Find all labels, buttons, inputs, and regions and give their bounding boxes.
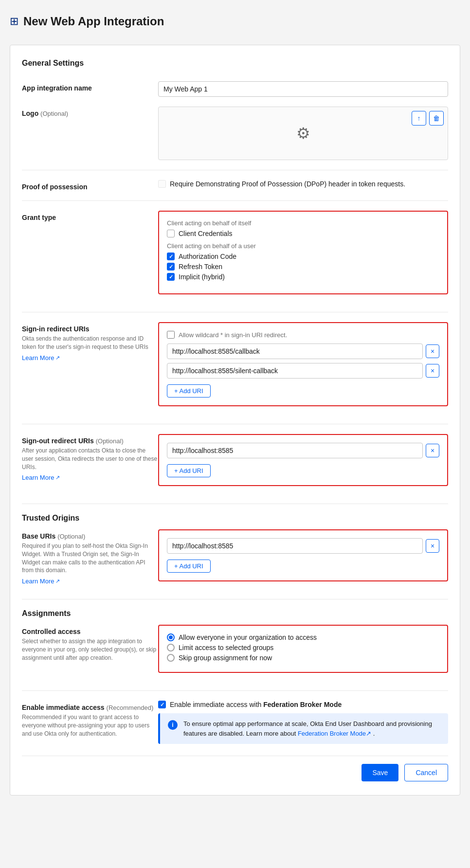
sign-out-redirect-learn-more[interactable]: Learn More ↗ <box>22 474 60 481</box>
app-integration-name-label-col: App integration name <box>22 81 158 92</box>
federation-broker-mode-link[interactable]: Federation Broker Mode↗ <box>298 730 373 737</box>
enable-immediate-access-content: Enable immediate access with Federation … <box>158 701 448 744</box>
federation-broker-link-text: Federation Broker Mode <box>298 730 366 737</box>
authorization-code-checkbox[interactable] <box>167 253 175 260</box>
sign-in-redirect-bordered: Allow wildcard * in sign-in URI redirect… <box>158 322 448 406</box>
logo-label-col: Logo (Optional) <box>22 107 158 117</box>
divider-6 <box>22 599 448 599</box>
sign-out-external-link-icon: ↗ <box>55 474 60 481</box>
sign-out-add-uri-button[interactable]: + Add URI <box>167 464 211 477</box>
access-option-1-radio[interactable] <box>167 633 175 641</box>
wildcard-checkbox[interactable] <box>167 331 175 339</box>
app-integration-name-content <box>158 81 448 97</box>
logo-content: ↑ 🗑 ⚙ <box>158 107 448 160</box>
divider-1 <box>22 170 448 170</box>
app-integration-name-label: App integration name <box>22 84 92 92</box>
sign-in-redirect-label-col: Sign-in redirect URIs Okta sends the aut… <box>22 322 158 362</box>
access-option-3-radio[interactable] <box>167 654 175 662</box>
sign-in-add-uri-button[interactable]: + Add URI <box>167 384 211 398</box>
access-option-3-label: Skip group assignment for now <box>179 654 272 662</box>
main-card: General Settings App integration name Lo… <box>10 45 460 796</box>
base-uris-bordered: × + Add URI <box>158 529 448 581</box>
trusted-origins-title: Trusted Origins <box>22 514 448 523</box>
logo-upload-area: ↑ 🗑 ⚙ <box>158 107 448 160</box>
base-uri-add-button[interactable]: + Add URI <box>167 560 211 573</box>
sign-out-redirect-row: Sign-out redirect URIs (Optional) After … <box>22 434 448 494</box>
controlled-access-bordered: Allow everyone in your organization to a… <box>158 625 448 673</box>
logo-row: Logo (Optional) ↑ 🗑 ⚙ <box>22 107 448 160</box>
base-uris-external-link-icon: ↗ <box>55 578 60 584</box>
sign-out-redirect-desc: After your application contacts Okta to … <box>22 447 158 471</box>
enable-immediate-recommended: (Recommended) <box>107 704 154 711</box>
refresh-token-checkbox[interactable] <box>167 263 175 271</box>
page-header: ⊞ New Web App Integration <box>10 10 460 33</box>
federation-broker-checkbox[interactable] <box>158 701 166 708</box>
controlled-access-row: Controlled access Select whether to assi… <box>22 625 448 681</box>
proof-content: Require Demonstrating Proof of Possessio… <box>158 180 448 190</box>
sign-out-uri-delete-1[interactable]: × <box>426 444 439 457</box>
grid-icon: ⊞ <box>10 15 18 28</box>
base-uris-label-col: Base URIs (Optional) Required if you pla… <box>22 529 158 585</box>
sign-out-uri-input-1[interactable] <box>167 443 423 458</box>
logo-placeholder-icon: ⚙ <box>296 124 310 143</box>
app-integration-name-input[interactable] <box>158 81 448 97</box>
enable-immediate-desc: Recommended if you want to grant access … <box>22 713 158 738</box>
info-text-suffix: . <box>373 730 375 737</box>
divider-4 <box>22 424 448 424</box>
access-option-3-row: Skip group assignment for now <box>167 654 439 662</box>
grant-type-bordered: Client acting on behalf of itself Client… <box>158 211 448 294</box>
info-box: i To ensure optimal app performance at s… <box>158 713 448 744</box>
grant-type-content: Client acting on behalf of itself Client… <box>158 211 448 302</box>
divider-5 <box>22 504 448 504</box>
access-option-1-label: Allow everyone in your organization to a… <box>179 633 317 641</box>
base-uri-input-1[interactable] <box>167 538 423 554</box>
sign-in-uri-input-2[interactable] <box>167 363 423 379</box>
sign-in-redirect-desc: Okta sends the authentication response a… <box>22 335 158 351</box>
base-uris-learn-more-text: Learn More <box>22 578 54 585</box>
sign-in-redirect-content: Allow wildcard * in sign-in URI redirect… <box>158 322 448 414</box>
enable-immediate-access-label: Enable immediate access <box>22 704 105 711</box>
client-on-behalf-group: Client acting on behalf of a user Author… <box>167 242 439 281</box>
sign-in-redirect-learn-more[interactable]: Learn More ↗ <box>22 354 60 362</box>
client-on-behalf-label: Client acting on behalf of a user <box>167 242 439 250</box>
client-credentials-label: Client Credentials <box>179 230 233 237</box>
logo-label: Logo <box>22 109 38 117</box>
save-button[interactable]: Save <box>362 764 398 781</box>
controlled-access-label: Controlled access <box>22 628 81 635</box>
sign-in-uri-input-1[interactable] <box>167 344 423 359</box>
learn-more-text: Learn More <box>22 354 54 362</box>
client-acting-label: Client acting on behalf of itself <box>167 219 439 227</box>
federation-broker-row: Enable immediate access with Federation … <box>158 701 448 708</box>
base-uri-delete-1[interactable]: × <box>426 539 439 553</box>
external-link-icon: ↗ <box>55 355 60 361</box>
proof-checkbox-row: Require Demonstrating Proof of Possessio… <box>158 180 448 188</box>
base-uri-row-1: × <box>167 538 439 554</box>
implicit-checkbox[interactable] <box>167 273 175 281</box>
sign-out-redirect-bordered: × + Add URI <box>158 434 448 486</box>
divider-2 <box>22 200 448 201</box>
divider-7 <box>22 690 448 691</box>
info-text: To ensure optimal app performance at sca… <box>183 719 440 738</box>
assignments-title: Assignments <box>22 609 448 618</box>
authorization-code-label: Authorization Code <box>179 253 236 260</box>
logo-delete-button[interactable]: 🗑 <box>429 111 444 126</box>
base-uris-optional: (Optional) <box>57 533 85 540</box>
access-option-2-label: Limit access to selected groups <box>179 644 273 651</box>
base-uris-row: Base URIs (Optional) Required if you pla… <box>22 529 448 589</box>
proof-checkbox[interactable] <box>158 180 166 188</box>
base-uris-desc: Required if you plan to self-host the Ok… <box>22 542 158 575</box>
divider-3 <box>22 312 448 312</box>
logo-upload-button[interactable]: ↑ <box>412 111 426 126</box>
cancel-button[interactable]: Cancel <box>404 764 448 781</box>
access-option-2-radio[interactable] <box>167 644 175 651</box>
client-credentials-checkbox[interactable] <box>167 230 175 237</box>
grant-type-label: Grant type <box>22 214 56 221</box>
implicit-row: Implicit (hybrid) <box>167 273 439 281</box>
federation-broker-bold: Federation Broker Mode <box>263 701 342 708</box>
base-uris-learn-more[interactable]: Learn More ↗ <box>22 578 60 585</box>
sign-in-uri-delete-1[interactable]: × <box>426 344 439 358</box>
app-integration-name-row: App integration name <box>22 81 448 97</box>
controlled-access-desc: Select whether to assign the app integra… <box>22 637 158 662</box>
page-title: New Web App Integration <box>23 15 164 28</box>
sign-in-uri-delete-2[interactable]: × <box>426 364 439 378</box>
